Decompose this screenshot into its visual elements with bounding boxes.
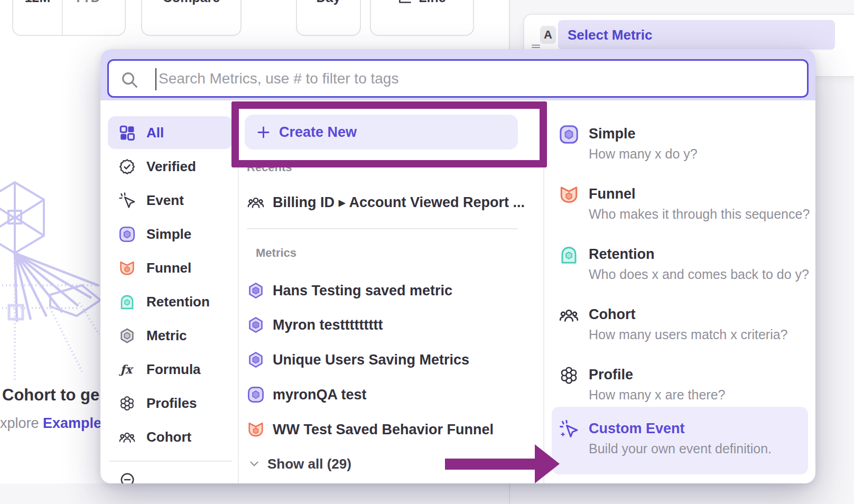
simple-metric-icon <box>247 386 264 403</box>
event-cursor-icon <box>119 192 135 209</box>
saved-metric-hexagon-icon <box>247 316 264 333</box>
range-12m-button[interactable]: 12M <box>13 0 62 35</box>
type-title: Retention <box>589 246 655 263</box>
type-option-retention[interactable]: Retention Who does x and comes back to d… <box>552 245 808 293</box>
modal-header <box>100 49 815 100</box>
chart-type-line-button[interactable]: Line <box>370 0 474 36</box>
chevron-down-icon <box>248 458 260 470</box>
retention-icon <box>559 245 579 265</box>
verified-badge-icon <box>119 158 135 175</box>
range-ytd-button[interactable]: YTD <box>63 0 125 35</box>
cohort-people-icon <box>247 194 264 211</box>
create-new-button[interactable]: Create New <box>245 115 518 150</box>
type-title: Cohort <box>589 306 635 323</box>
funnel-icon <box>247 421 264 438</box>
compare-label: Compare <box>163 0 220 5</box>
sidebar-item-all[interactable]: All <box>108 116 233 149</box>
type-description: How many users match x criteria? <box>589 327 788 342</box>
series-letter: A <box>544 28 552 42</box>
metric-list-item[interactable]: Myron testtttttttt <box>247 313 533 337</box>
decorative-wireframe-illustration <box>0 176 100 385</box>
chevron-down-icon <box>105 0 114 2</box>
sidebar-item-label: Funnel <box>146 260 191 276</box>
plus-icon <box>256 125 271 139</box>
simple-metric-icon <box>559 125 579 144</box>
sidebar-item-label: Profiles <box>146 395 197 412</box>
type-option-profile[interactable]: Profile How many x are there? <box>552 366 808 413</box>
date-range-control: 12M YTD <box>12 0 126 36</box>
grid-icon <box>119 125 135 141</box>
partial-sidebar-item-icon <box>119 472 135 483</box>
metric-item-label: WW Test Saved Behavior Funnel <box>273 422 494 438</box>
sidebar-item-profiles[interactable]: Profiles <box>108 387 233 419</box>
day-label: Day <box>317 0 341 5</box>
series-a-badge: A <box>540 26 556 44</box>
funnel-icon <box>119 260 135 276</box>
range-12m-label: 12M <box>25 0 51 5</box>
section-divider <box>247 228 518 229</box>
sidebar-item-simple[interactable]: Simple <box>108 218 233 250</box>
interval-day-button[interactable]: Day <box>296 0 361 36</box>
saved-metric-hexagon-icon <box>247 351 264 368</box>
line-chart-icon <box>398 0 412 5</box>
column-divider <box>543 100 544 483</box>
retention-icon <box>119 294 135 310</box>
sidebar-item-label: Event <box>146 192 184 209</box>
metric-item-label: Myron testtttttttt <box>273 317 383 333</box>
type-description: Build your own event definition. <box>589 441 772 456</box>
show-all-toggle[interactable]: Show all (29) <box>248 453 351 474</box>
metrics-section-label: Metrics <box>256 246 296 260</box>
example-link[interactable]: Example <box>43 415 100 431</box>
empty-state-heading: Cohort to ge <box>2 386 100 405</box>
type-option-funnel[interactable]: Funnel Who makes it through this sequenc… <box>552 185 808 232</box>
type-title: Custom Event <box>589 421 685 437</box>
type-option-simple[interactable]: Simple How many x do y? <box>552 125 808 172</box>
text-caret <box>155 68 156 90</box>
select-metric-label: Select Metric <box>568 27 652 43</box>
column-divider <box>238 100 239 483</box>
type-description: How many x are there? <box>589 387 725 403</box>
cohort-people-icon <box>559 305 579 325</box>
recent-item[interactable]: Billing ID ▸ Account Viewed Report ... <box>247 191 533 214</box>
explore-prefix: xplore <box>0 415 43 431</box>
select-metric-field[interactable]: Select Metric <box>558 20 835 50</box>
type-option-custom-event[interactable]: Custom Event Build your own event defini… <box>552 407 808 474</box>
sidebar-item-label: Cohort <box>146 429 191 445</box>
type-title: Profile <box>589 367 633 383</box>
sidebar-divider <box>109 461 233 462</box>
metric-item-label: Unique Users Saving Metrics <box>273 352 469 368</box>
metric-list-item[interactable]: Hans Testing saved metric <box>247 279 533 302</box>
metrics-label-text: Metrics <box>256 246 296 259</box>
metric-item-label: Hans Testing saved metric <box>273 283 452 299</box>
metric-hexagon-icon <box>119 328 135 344</box>
type-description: Who does x and comes back to do y? <box>589 267 809 282</box>
metric-list-item[interactable]: myronQA test <box>247 383 533 406</box>
formula-fx-icon <box>119 361 135 378</box>
sidebar-item-cohort[interactable]: Cohort <box>108 421 233 453</box>
metric-list-item[interactable]: Unique Users Saving Metrics <box>247 348 533 371</box>
sidebar-item-event[interactable]: Event <box>108 184 233 217</box>
simple-metric-icon <box>119 226 135 242</box>
sidebar-item-funnel[interactable]: Funnel <box>108 251 233 284</box>
sidebar-item-label: Verified <box>146 158 196 175</box>
sidebar-item-label: Metric <box>146 328 187 344</box>
metric-list-item[interactable]: WW Test Saved Behavior Funnel <box>247 418 533 441</box>
sidebar-item-verified[interactable]: Verified <box>108 150 233 183</box>
sidebar-item-label: All <box>146 125 164 141</box>
line-label: Line <box>419 0 445 5</box>
recents-label-text: Recents <box>247 161 292 174</box>
sidebar-item-formula[interactable]: Formula <box>108 353 233 386</box>
search-input[interactable] <box>109 61 807 96</box>
type-description: Who makes it through this sequence? <box>589 207 810 222</box>
type-option-cohort[interactable]: Cohort How many users match x criteria? <box>552 305 808 353</box>
sidebar-item-label: Simple <box>146 226 191 242</box>
compare-button[interactable]: Compare <box>141 0 242 36</box>
metric-item-label: myronQA test <box>273 387 367 403</box>
search-icon <box>120 71 138 89</box>
create-new-label: Create New <box>279 124 357 141</box>
sidebar-item-metric[interactable]: Metric <box>108 319 233 352</box>
type-description: How many x do y? <box>589 146 698 162</box>
sidebar-item-retention[interactable]: Retention <box>108 285 233 318</box>
range-ytd-label: YTD <box>74 0 100 5</box>
show-all-label: Show all (29) <box>267 456 351 472</box>
